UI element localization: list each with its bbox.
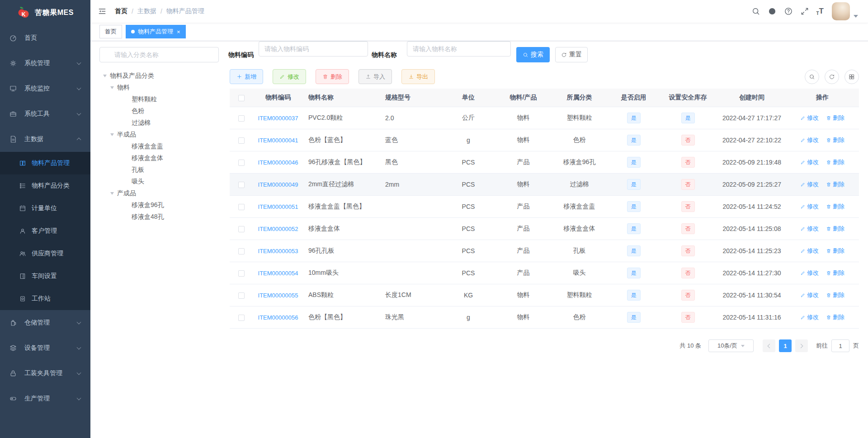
sidebar-item-system-management[interactable]: 系统管理 (0, 51, 90, 76)
page-size-select[interactable]: 10条/页 (708, 339, 754, 352)
item-code-link[interactable]: ITEM00000046 (258, 159, 298, 166)
item-code-link[interactable]: ITEM00000037 (258, 115, 298, 122)
sidebar-item-home[interactable]: 首页 (0, 25, 90, 51)
sidebar-item-system-tools[interactable]: 系统工具 (0, 101, 90, 127)
sidebar-item-system-monitor[interactable]: 系统监控 (0, 76, 90, 101)
sidebar-item-supplier-management[interactable]: 供应商管理 (0, 242, 90, 265)
next-page-button[interactable] (795, 339, 808, 352)
row-edit-link[interactable]: 修改 (800, 313, 819, 321)
row-edit-link[interactable]: 修改 (800, 136, 819, 144)
breadcrumb-home[interactable]: 首页 (115, 7, 127, 15)
user-avatar[interactable] (832, 2, 850, 20)
tree-node[interactable]: 移液盒48孔 (99, 211, 222, 223)
add-button[interactable]: 新增 (230, 69, 263, 84)
search-button[interactable]: 搜索 (516, 47, 550, 62)
import-button[interactable]: 导入 (359, 69, 392, 84)
close-icon[interactable]: × (177, 29, 180, 35)
tree-node[interactable]: 物料及产品分类 (99, 70, 222, 82)
tree-node[interactable]: 色粉 (99, 105, 222, 117)
font-size-button[interactable]: TT (816, 7, 824, 16)
tree-node[interactable]: 移液盒96孔 (99, 199, 222, 211)
row-checkbox[interactable] (238, 115, 245, 122)
row-checkbox[interactable] (238, 160, 245, 166)
select-all-checkbox[interactable] (238, 95, 245, 101)
row-delete-link[interactable]: 删除 (826, 269, 844, 277)
row-delete-link[interactable]: 删除 (826, 158, 844, 166)
tree-node[interactable]: 移液盒盒体 (99, 152, 222, 164)
sidebar-item-workshop-settings[interactable]: 车间设置 (0, 265, 90, 287)
row-checkbox[interactable] (238, 292, 245, 299)
sidebar-item-measure-unit[interactable]: 计量单位 (0, 197, 90, 220)
sidebar-fold-button[interactable] (94, 3, 110, 19)
sidebar-item-equipment-management[interactable]: 设备管理 (0, 335, 90, 361)
item-code-link[interactable]: ITEM00000056 (258, 314, 298, 321)
item-code-link[interactable]: ITEM00000049 (258, 181, 298, 188)
sidebar-item-material-product-category[interactable]: 物料产品分类 (0, 174, 90, 197)
row-delete-link[interactable]: 删除 (826, 313, 844, 321)
sidebar-item-tooling-fixture-management[interactable]: 工装夹具管理 (0, 361, 90, 386)
tree-node[interactable]: 过滤棉 (99, 117, 222, 129)
toggle-search-button[interactable] (805, 70, 819, 84)
item-code-link[interactable]: ITEM00000051 (258, 203, 298, 210)
edit-button[interactable]: 修改 (273, 69, 306, 84)
tree-node[interactable]: 物料 (99, 82, 222, 94)
app-logo[interactable]: K 苦糖果MES (0, 0, 90, 25)
tree-node[interactable]: 孔板 (99, 164, 222, 176)
row-checkbox[interactable] (238, 270, 245, 277)
item-code-link[interactable]: ITEM00000054 (258, 270, 298, 277)
row-checkbox[interactable] (238, 315, 245, 321)
row-delete-link[interactable]: 删除 (826, 225, 844, 233)
row-edit-link[interactable]: 修改 (800, 291, 819, 299)
material-name-input[interactable] (407, 41, 511, 57)
goto-page-input[interactable] (831, 339, 849, 352)
tab-home[interactable]: 首页 (99, 25, 122, 38)
page-number-button[interactable]: 1 (779, 339, 792, 352)
reset-button[interactable]: 重置 (555, 47, 588, 62)
tree-node[interactable]: 吸头 (99, 176, 222, 188)
fullscreen-button[interactable] (800, 7, 809, 16)
row-delete-link[interactable]: 删除 (826, 291, 844, 299)
row-edit-link[interactable]: 修改 (800, 247, 819, 255)
header-search-button[interactable] (751, 7, 760, 16)
item-code-link[interactable]: ITEM00000041 (258, 137, 298, 144)
sidebar-item-material-product-management[interactable]: 物料产品管理 (0, 152, 90, 174)
toggle-columns-button[interactable] (844, 70, 859, 84)
sidebar-item-customer-management[interactable]: 客户管理 (0, 220, 90, 242)
sidebar-item-master-data[interactable]: 主数据 (0, 127, 90, 152)
row-edit-link[interactable]: 修改 (800, 203, 819, 211)
row-delete-link[interactable]: 删除 (826, 136, 844, 144)
category-search-input[interactable] (99, 47, 219, 62)
row-checkbox[interactable] (238, 137, 245, 144)
item-code-link[interactable]: ITEM00000055 (258, 292, 298, 299)
prev-page-button[interactable] (763, 339, 775, 352)
row-checkbox[interactable] (238, 182, 245, 188)
row-edit-link[interactable]: 修改 (800, 114, 819, 122)
tab-material-product-management[interactable]: 物料产品管理 × (126, 25, 186, 38)
user-menu-caret-icon[interactable] (854, 15, 858, 18)
github-button[interactable] (768, 7, 777, 16)
sidebar-item-production-management[interactable]: 生产管理 (0, 386, 90, 411)
tree-node[interactable]: 产成品 (99, 188, 222, 199)
item-code-link[interactable]: ITEM00000052 (258, 226, 298, 232)
row-edit-link[interactable]: 修改 (800, 225, 819, 233)
refresh-table-button[interactable] (825, 70, 839, 84)
sidebar-item-warehouse-management[interactable]: 仓储管理 (0, 310, 90, 335)
material-code-input[interactable] (259, 41, 368, 57)
row-edit-link[interactable]: 修改 (800, 180, 819, 188)
row-checkbox[interactable] (238, 226, 245, 232)
export-button[interactable]: 导出 (401, 69, 435, 84)
row-delete-link[interactable]: 删除 (826, 114, 844, 122)
row-edit-link[interactable]: 修改 (800, 269, 819, 277)
help-button[interactable] (784, 7, 793, 16)
row-edit-link[interactable]: 修改 (800, 158, 819, 166)
tree-node[interactable]: 塑料颗粒 (99, 94, 222, 105)
row-delete-link[interactable]: 删除 (826, 203, 844, 211)
row-delete-link[interactable]: 删除 (826, 180, 844, 188)
row-checkbox[interactable] (238, 204, 245, 210)
delete-button[interactable]: 删除 (316, 69, 349, 84)
sidebar-item-workstation[interactable]: 工作站 (0, 287, 90, 310)
row-checkbox[interactable] (238, 248, 245, 254)
row-delete-link[interactable]: 删除 (826, 247, 844, 255)
item-code-link[interactable]: ITEM00000053 (258, 248, 298, 254)
tree-node[interactable]: 移液盒盒盖 (99, 141, 222, 152)
